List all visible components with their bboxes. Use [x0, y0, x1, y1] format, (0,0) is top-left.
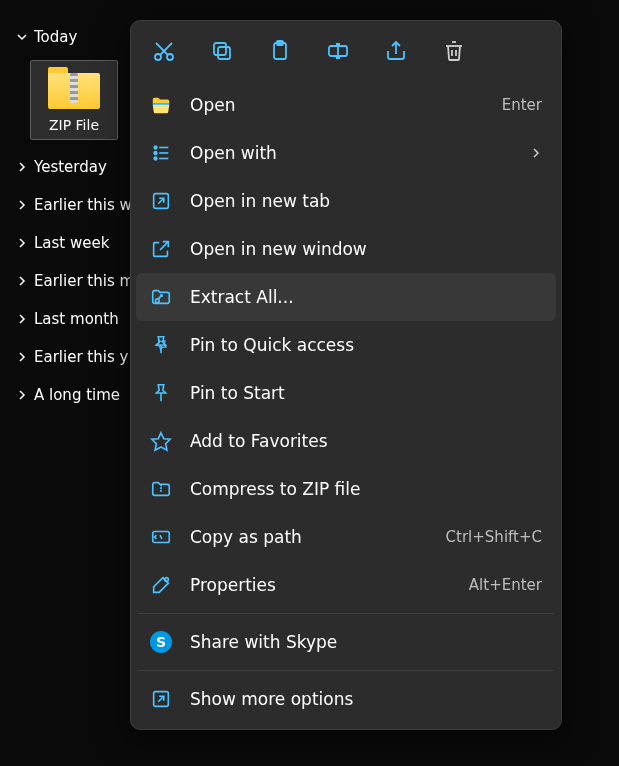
chevron-down-icon: [16, 31, 28, 43]
group-label: Today: [34, 28, 77, 46]
extract-icon: [150, 286, 172, 308]
group-label: Earlier this y: [34, 348, 128, 366]
skype-icon: S: [150, 631, 172, 653]
menu-label: Open in new window: [190, 239, 542, 259]
menu-show-more-options[interactable]: Show more options: [136, 675, 556, 723]
menu-pin-quick-access[interactable]: Pin to Quick access: [136, 321, 556, 369]
menu-open[interactable]: Open Enter: [136, 81, 556, 129]
svg-rect-4: [218, 47, 230, 59]
menu-shortcut: Enter: [502, 96, 542, 114]
menu-compress-zip[interactable]: Compress to ZIP file: [136, 465, 556, 513]
share-button[interactable]: [382, 39, 410, 67]
menu-divider: [138, 613, 554, 614]
menu-properties[interactable]: Properties Alt+Enter: [136, 561, 556, 609]
svg-point-14: [154, 152, 157, 155]
menu-shortcut: Alt+Enter: [469, 576, 542, 594]
chevron-right-icon: [530, 143, 542, 163]
menu-label: Open: [190, 95, 484, 115]
chevron-right-icon: [16, 275, 28, 287]
delete-button[interactable]: [440, 39, 468, 67]
menu-label: Open with: [190, 143, 512, 163]
menu-add-favorites[interactable]: Add to Favorites: [136, 417, 556, 465]
svg-point-12: [154, 146, 157, 149]
quick-actions-row: [136, 27, 556, 81]
new-tab-icon: [150, 190, 172, 212]
svg-point-0: [155, 54, 161, 60]
chevron-right-icon: [16, 389, 28, 401]
more-options-icon: [150, 688, 172, 710]
chevron-right-icon: [16, 161, 28, 173]
file-zip[interactable]: ZIP File: [30, 60, 118, 140]
chevron-right-icon: [16, 237, 28, 249]
cut-button[interactable]: [150, 39, 178, 67]
copy-icon: [210, 39, 234, 67]
menu-open-new-window[interactable]: Open in new window: [136, 225, 556, 273]
properties-icon: [150, 574, 172, 596]
group-label: A long time: [34, 386, 120, 404]
menu-open-new-tab[interactable]: Open in new tab: [136, 177, 556, 225]
menu-label: Show more options: [190, 689, 542, 709]
star-icon: [150, 430, 172, 452]
menu-label: Copy as path: [190, 527, 428, 547]
menu-share-skype[interactable]: S Share with Skype: [136, 618, 556, 666]
chevron-right-icon: [16, 199, 28, 211]
group-label: Last week: [34, 234, 109, 252]
cut-icon: [152, 39, 176, 67]
file-name: ZIP File: [31, 117, 117, 133]
menu-label: Properties: [190, 575, 451, 595]
delete-icon: [442, 39, 466, 67]
new-window-icon: [150, 238, 172, 260]
group-label: Yesterday: [34, 158, 107, 176]
svg-point-27: [165, 578, 169, 582]
menu-divider: [138, 670, 554, 671]
menu-shortcut: Ctrl+Shift+C: [446, 528, 542, 546]
paste-button[interactable]: [266, 39, 294, 67]
group-label: Last month: [34, 310, 119, 328]
menu-label: Pin to Quick access: [190, 335, 542, 355]
zip-folder-icon: [48, 67, 100, 109]
menu-label: Add to Favorites: [190, 431, 542, 451]
group-label: Earlier this m: [34, 272, 134, 290]
paste-icon: [268, 39, 292, 67]
menu-label: Compress to ZIP file: [190, 479, 542, 499]
pin-icon: [150, 334, 172, 356]
svg-point-19: [156, 299, 160, 303]
context-menu: Open Enter Open with Open in new tab: [130, 20, 562, 730]
copy-path-icon: [150, 526, 172, 548]
menu-open-with[interactable]: Open with: [136, 129, 556, 177]
menu-copy-path[interactable]: Copy as path Ctrl+Shift+C: [136, 513, 556, 561]
menu-label: Open in new tab: [190, 191, 542, 211]
svg-point-16: [154, 157, 157, 160]
menu-label: Extract All...: [190, 287, 542, 307]
menu-extract-all[interactable]: Extract All...: [136, 273, 556, 321]
folder-open-icon: [150, 94, 172, 116]
rename-button[interactable]: [324, 39, 352, 67]
share-icon: [384, 39, 408, 67]
zip-icon: [150, 478, 172, 500]
copy-button[interactable]: [208, 39, 236, 67]
svg-point-1: [167, 54, 173, 60]
menu-label: Share with Skype: [190, 632, 542, 652]
menu-label: Pin to Start: [190, 383, 542, 403]
group-label: Earlier this w: [34, 196, 132, 214]
svg-rect-5: [214, 43, 226, 55]
rename-icon: [326, 39, 350, 67]
chevron-right-icon: [16, 313, 28, 325]
menu-pin-start[interactable]: Pin to Start: [136, 369, 556, 417]
svg-marker-22: [152, 433, 170, 450]
open-with-icon: [150, 142, 172, 164]
pin-start-icon: [150, 382, 172, 404]
chevron-right-icon: [16, 351, 28, 363]
